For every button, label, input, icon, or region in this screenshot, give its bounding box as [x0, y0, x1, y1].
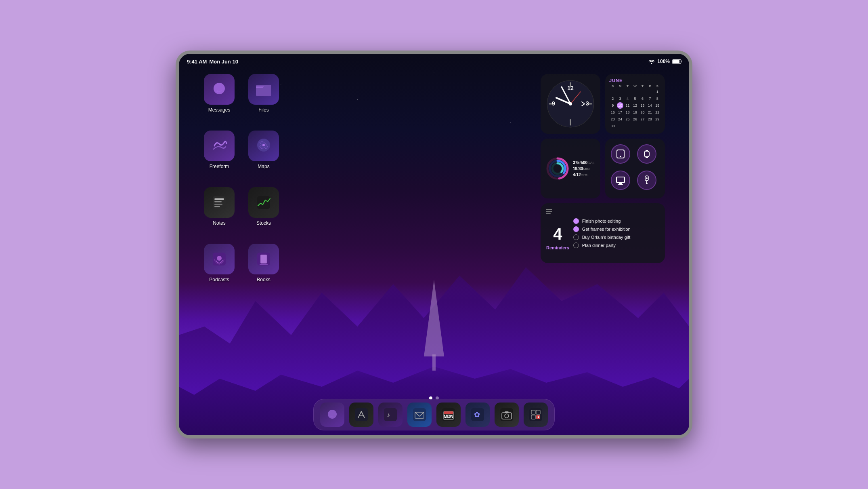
svg-rect-66	[529, 408, 542, 421]
reminder-3-text: Buy Orkun's birthday gift	[582, 235, 631, 240]
svg-text:3: 3	[586, 100, 589, 107]
activity-ring-svg	[546, 157, 569, 180]
cal-day-6: 6	[639, 95, 646, 102]
files-icon-img	[248, 74, 279, 105]
stocks-label: Stocks	[256, 220, 271, 226]
dock-vectornator[interactable]	[349, 403, 373, 427]
control-ipad[interactable]	[611, 144, 630, 164]
app-maps[interactable]: Maps	[243, 131, 284, 183]
cal-day-15: 15	[654, 102, 660, 109]
svg-rect-40	[616, 177, 625, 183]
svg-rect-46	[546, 209, 552, 210]
app-notes[interactable]: Notes	[199, 187, 239, 240]
cal-day-empty	[625, 89, 631, 95]
reminder-3-dot	[573, 234, 579, 240]
cal-day-empty	[610, 89, 616, 95]
reminders-widget[interactable]: 4 Reminders Finish photo editing Get fra…	[541, 203, 665, 263]
reminder-1-text: Finish photo editing	[582, 219, 621, 223]
control-watch[interactable]	[637, 144, 656, 164]
reminder-4-text: Plan dinner party	[582, 243, 616, 248]
cal-day-30: 30	[610, 123, 616, 129]
activity-widget[interactable]: 375/500CAL 19/30MIN 4/12HRS	[541, 139, 600, 198]
reminder-2-dot	[573, 226, 579, 232]
dock-vectornator-icon	[349, 403, 373, 427]
reminders-label: Reminders	[546, 245, 569, 250]
svg-point-43	[646, 177, 648, 179]
svg-rect-5	[214, 198, 224, 200]
svg-point-28	[569, 102, 572, 105]
svg-rect-47	[546, 211, 552, 212]
clock-svg: 12 3 9	[546, 80, 595, 128]
messages-label: Messages	[208, 107, 231, 113]
cal-day-28: 28	[647, 116, 653, 122]
cal-day-20: 20	[639, 109, 646, 116]
cal-day-empty	[639, 89, 646, 95]
cal-day-11: 11	[625, 102, 631, 109]
control-airpods[interactable]	[637, 171, 656, 190]
dock-blossom[interactable]: ✿	[465, 403, 490, 427]
cal-day-25: 25	[625, 116, 631, 122]
cal-day-5: 5	[632, 95, 638, 102]
cal-day-7: 7	[647, 95, 653, 102]
app-freeform[interactable]: Freeform	[199, 131, 239, 183]
svg-text:9: 9	[552, 100, 555, 107]
cal-day-17: 17	[617, 109, 623, 116]
clock-widget[interactable]: 12 3 9	[541, 74, 600, 134]
reminder-2-text: Get frames for exhibition	[582, 227, 631, 232]
svg-rect-39	[646, 157, 648, 158]
dock-messages-icon	[320, 403, 344, 427]
dock-flower-icon: ✿	[465, 403, 490, 427]
battery-percent: 100%	[657, 59, 670, 64]
svg-rect-7	[214, 204, 222, 205]
reminder-3: Buy Orkun's birthday gift	[573, 234, 659, 240]
dock-altstore[interactable]: ★	[524, 403, 548, 427]
activity-rings	[546, 157, 569, 180]
svg-text:12: 12	[567, 85, 574, 91]
ipad-frame: 9:41 AM Mon Jun 10 100%	[176, 51, 692, 438]
activity-cal: 375/500CAL	[573, 160, 595, 165]
battery-icon	[672, 59, 681, 64]
control-tv[interactable]	[611, 171, 630, 190]
reminder-4: Plan dinner party	[573, 242, 659, 248]
app-podcasts[interactable]: Podcasts	[199, 244, 239, 296]
dock-mail-icon	[407, 403, 432, 427]
svg-text:✿: ✿	[474, 411, 480, 419]
svg-rect-38	[646, 150, 648, 151]
widget-row-3: 4 Reminders Finish photo editing Get fra…	[541, 203, 665, 263]
reminder-1: Finish photo editing	[573, 218, 659, 224]
controls-widget[interactable]	[605, 139, 665, 198]
freeform-label: Freeform	[210, 164, 229, 169]
dock-messages[interactable]	[320, 403, 344, 427]
dock-calendar[interactable]: MON10	[436, 403, 461, 427]
dock-camera-icon	[495, 403, 519, 427]
widgets-area: 12 3 9	[541, 74, 665, 263]
reminders-list-icon	[545, 208, 553, 217]
cal-day-29: 29	[654, 116, 660, 122]
cal-day-23: 23	[610, 116, 616, 122]
widget-row-2: 375/500CAL 19/30MIN 4/12HRS	[541, 139, 665, 198]
svg-rect-48	[546, 213, 551, 214]
clock-face: 12 3 9	[546, 80, 595, 128]
cal-header-m: M	[616, 84, 623, 88]
dock-mail[interactable]	[407, 403, 432, 427]
date-display: Mon Jun 10	[209, 59, 238, 65]
dock-camera[interactable]	[495, 403, 519, 427]
app-messages[interactable]: Messages	[199, 74, 239, 126]
app-stocks[interactable]: Stocks	[243, 187, 284, 240]
dock-music[interactable]: ♪	[378, 403, 403, 427]
cal-header-w: W	[631, 84, 638, 88]
cal-day-26: 26	[632, 116, 638, 122]
cal-day-16: 16	[610, 109, 616, 116]
calendar-widget[interactable]: JUNE S M T W T F S	[605, 74, 665, 134]
cal-day-empty	[632, 89, 638, 95]
svg-point-0	[214, 83, 225, 94]
app-books[interactable]: Books	[243, 244, 284, 296]
app-files[interactable]: Files	[243, 74, 284, 126]
svg-rect-15	[260, 264, 268, 265]
cal-header-t1: T	[624, 84, 631, 88]
svg-rect-6	[214, 201, 222, 202]
tree	[424, 282, 444, 371]
dock: ♪ MON10 ✿	[313, 399, 555, 430]
svg-text:★: ★	[537, 415, 540, 419]
svg-text:♪: ♪	[387, 411, 390, 418]
